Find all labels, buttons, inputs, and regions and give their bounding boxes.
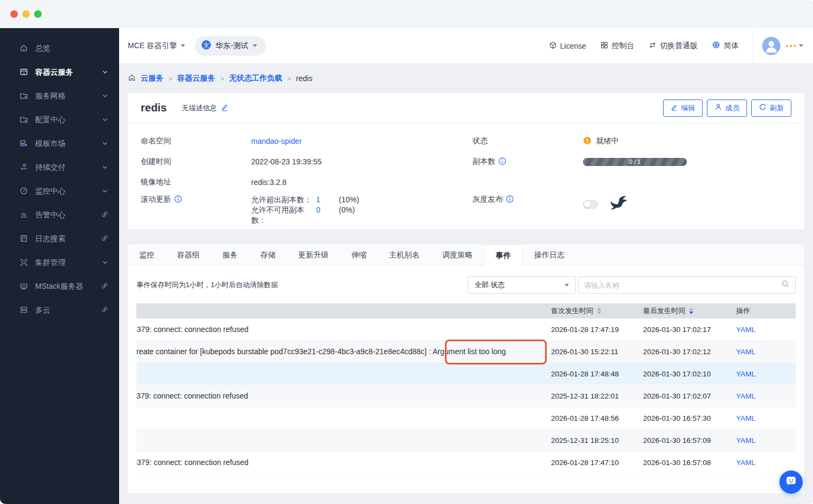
tab-scaling[interactable]: 伸缩 [340, 244, 378, 265]
more-menu-dots[interactable] [786, 45, 796, 47]
sidebar-item-template-market[interactable]: 模板市场 [0, 132, 119, 156]
tab-operation-log[interactable]: 操作日志 [523, 244, 576, 265]
tab-monitoring[interactable]: 监控 [128, 244, 166, 265]
main-content: 云服务 > 容器云服务 > 无状态工作负载 > redis redis 无描述信… [119, 64, 813, 504]
gray-release-toggle[interactable] [583, 200, 598, 209]
topbar: MCE 容器引擎 华东-测试 License 控制台 切换普通版 简体 [119, 28, 813, 64]
sidebar-item-log-search[interactable]: 日志搜索 [0, 227, 119, 251]
chevron-down-icon [102, 92, 108, 101]
chat-support-button[interactable] [779, 470, 803, 494]
language-selector[interactable]: 简体 [712, 41, 739, 51]
breadcrumb-link[interactable]: 容器云服务 [178, 74, 215, 83]
sidebar-item-config-center[interactable]: 配置中心 [0, 108, 119, 132]
sidebar-item-label: 总览 [35, 44, 108, 54]
cluster-selector[interactable]: 华东-测试 [195, 36, 266, 56]
info-icon[interactable] [174, 195, 182, 204]
info-icon[interactable] [499, 157, 506, 167]
refresh-button[interactable]: 刷新 [751, 100, 791, 117]
status-filter-select[interactable]: 全部 状态 [468, 276, 576, 294]
search-icon[interactable] [781, 280, 790, 290]
yaml-link[interactable]: YAML [736, 370, 756, 378]
first-seen-time: 2026-01-30 15:22:11 [546, 348, 638, 356]
last-seen-time: 2026-01-30 17:02:07 [638, 392, 731, 400]
sidebar-item-alert-center[interactable]: 告警中心 [0, 203, 119, 227]
tab-services[interactable]: 服务 [211, 244, 249, 265]
chevron-down-icon [565, 284, 569, 287]
yaml-link[interactable]: YAML [736, 392, 756, 400]
first-seen-column-header: 首次发生时间 [546, 306, 638, 316]
yaml-link[interactable]: YAML [736, 326, 756, 334]
chevron-down-icon [102, 258, 108, 267]
members-button[interactable]: 成员 [707, 100, 747, 117]
cluster-icon [19, 258, 28, 268]
tab-pods[interactable]: 容器组 [166, 244, 211, 265]
rolling-update-value: 允许超出副本数： 1 (10%) 允许不可用副本数： 0 (0%) [251, 195, 359, 226]
sidebar-item-service-mesh[interactable]: 服务网格 [0, 84, 119, 108]
yaml-link[interactable]: YAML [736, 414, 756, 422]
refresh-label: 刷新 [770, 103, 784, 113]
search-input[interactable] [584, 281, 781, 289]
close-window-button[interactable] [10, 10, 18, 18]
console-link[interactable]: 控制台 [600, 41, 634, 51]
chevron-down-icon[interactable] [799, 44, 803, 47]
product-switcher[interactable]: MCE 容器引擎 [128, 41, 185, 51]
sidebar-item-monitoring-center[interactable]: 监控中心 [0, 180, 119, 203]
field-rolling-update: 滚动更新 允许超出副本数： 1 (10%) 允许不可用副本数： 0 [141, 193, 460, 226]
sidebar-item-label: 服务网格 [35, 91, 95, 101]
chevron-down-icon [102, 140, 108, 148]
switch-edition-label: 切换普通版 [660, 41, 698, 51]
avatar[interactable] [762, 37, 781, 55]
last-seen-column-header: 最后发生时间 [638, 306, 731, 316]
status-filter-value: 全部 状态 [475, 280, 505, 290]
breadcrumb-link[interactable]: 无状态工作负载 [229, 74, 282, 83]
replicas-progress-bar: 0 / 1 [583, 158, 687, 166]
cluster-name: 华东-测试 [215, 41, 248, 51]
last-seen-time: 2026-01-30 17:02:17 [638, 326, 731, 334]
sidebar-item-mstack-server[interactable]: MStack服务器 [0, 275, 119, 299]
yaml-link[interactable]: YAML [736, 459, 756, 467]
tab-scheduling[interactable]: 调度策略 [431, 244, 484, 265]
tab-host-alias[interactable]: 主机别名 [378, 244, 431, 265]
maximize-window-button[interactable] [34, 10, 42, 18]
last-seen-time: 2026-01-30 16:57:09 [638, 436, 731, 445]
minimize-window-button[interactable] [22, 10, 30, 18]
home-breadcrumb-icon[interactable] [128, 74, 136, 83]
edit-label: 编辑 [681, 103, 695, 113]
table-row: 6379: connect: connection refused 2026-0… [136, 452, 796, 474]
info-icon[interactable] [506, 195, 514, 204]
tab-events[interactable]: 事件 [484, 244, 523, 266]
tab-storage[interactable]: 存储 [249, 244, 287, 265]
edit-description-icon[interactable] [221, 103, 228, 113]
sort-last-seen-icon[interactable] [689, 308, 693, 314]
image-label: 镜像地址 [141, 177, 251, 187]
tab-upgrade[interactable]: 更新升级 [287, 244, 340, 265]
events-card: 监控 容器组 服务 存储 更新升级 伸缩 主机别名 调度策略 事件 操作日志 事… [128, 244, 804, 493]
yaml-link[interactable]: YAML [736, 348, 756, 356]
switch-edition-link[interactable]: 切换普通版 [648, 41, 698, 51]
sidebar-item-multicloud[interactable]: 多云 [0, 299, 119, 322]
sort-first-seen-icon[interactable] [597, 308, 601, 314]
edit-button[interactable]: 编辑 [663, 100, 703, 117]
tab-bar: 监控 容器组 服务 存储 更新升级 伸缩 主机别名 调度策略 事件 操作日志 [128, 244, 804, 266]
fields-left-column: 命名空间 mandao-spider 创建时间 2022-08-23 19:39… [141, 131, 460, 226]
breadcrumb-link[interactable]: 云服务 [141, 74, 163, 83]
sidebar-item-label: 持续交付 [35, 163, 95, 173]
console-grid-icon [600, 41, 608, 51]
image-value: redis:3.2.8 [251, 178, 286, 187]
description-text: 无描述信息 [182, 103, 217, 113]
sidebar-item-continuous-delivery[interactable]: 持续交付 [0, 156, 119, 180]
chevron-down-icon [102, 163, 108, 172]
sidebar-item-overview[interactable]: 总览 [0, 37, 119, 61]
folder-gear-icon [19, 91, 28, 102]
yaml-link[interactable]: YAML [736, 436, 756, 445]
sidebar-item-container-cloud[interactable]: 容器云服务 [0, 61, 119, 84]
table-row-highlighted: 2026-01-28 17:48:48 2026-01-30 17:02:10 … [136, 363, 796, 385]
external-link-icon [101, 211, 108, 220]
namespace-value[interactable]: mandao-spider [251, 137, 301, 145]
sidebar-item-cluster-management[interactable]: 集群管理 [0, 251, 119, 275]
workload-fields: 命名空间 mandao-spider 创建时间 2022-08-23 19:39… [128, 123, 804, 226]
window-controls [10, 10, 42, 18]
action-column-header: 操作 [731, 306, 796, 316]
license-label: License [560, 42, 586, 50]
license-link[interactable]: License [549, 41, 586, 51]
